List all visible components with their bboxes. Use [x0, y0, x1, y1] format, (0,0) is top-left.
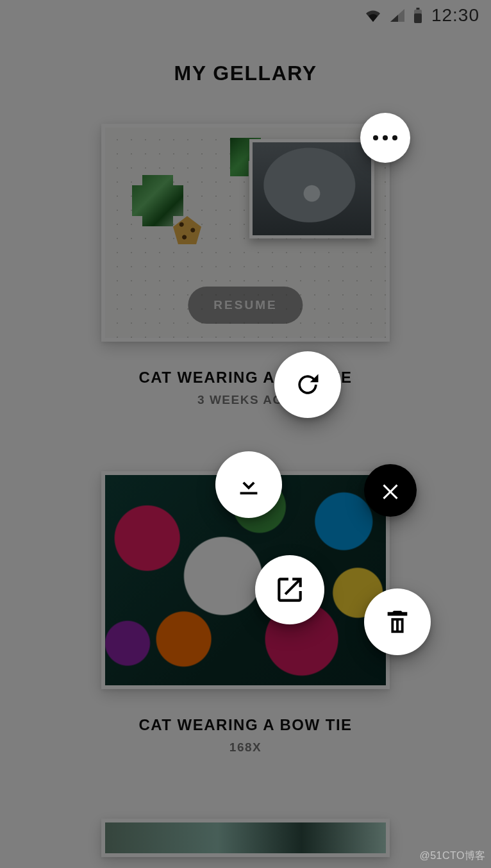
puzzle-thumbnail: RESUME — [101, 124, 390, 342]
more-button[interactable] — [360, 113, 410, 163]
puzzle-thumbnail — [101, 819, 390, 857]
page-title: MY GELLARY — [0, 62, 491, 85]
status-time: 12:30 — [431, 5, 479, 26]
resume-button[interactable]: RESUME — [188, 287, 303, 324]
close-button[interactable] — [364, 464, 417, 517]
cell-icon — [390, 9, 404, 22]
screen: 12:30 MY GELLARY RESUME CAT WEARING A BO… — [0, 0, 491, 868]
dot-icon — [392, 135, 397, 140]
watermark: @51CTO博客 — [419, 849, 486, 863]
gallery-item[interactable] — [101, 819, 390, 857]
download-icon — [234, 470, 263, 499]
status-bar: 12:30 — [0, 0, 491, 31]
refresh-button[interactable] — [274, 351, 341, 418]
gallery-item-subtitle: 168X — [229, 740, 262, 755]
svg-rect-2 — [414, 13, 422, 23]
close-icon — [379, 479, 402, 502]
resume-button-label: RESUME — [213, 298, 277, 312]
delete-button[interactable] — [364, 588, 431, 655]
puzzle-preview-image — [249, 139, 374, 238]
gallery-item[interactable]: RESUME CAT WEARING A BOW TIE 3 WEEKS AGO — [101, 124, 390, 407]
open-in-new-icon — [274, 574, 306, 606]
battery-icon — [413, 8, 422, 23]
trash-icon — [383, 607, 412, 637]
dot-icon — [373, 135, 378, 140]
download-button[interactable] — [215, 451, 282, 518]
dot-icon — [383, 135, 388, 140]
gallery-item-title: CAT WEARING A BOW TIE — [138, 716, 352, 734]
wifi-icon — [365, 9, 381, 22]
open-in-new-button[interactable] — [255, 555, 324, 624]
svg-rect-0 — [416, 8, 419, 10]
refresh-icon — [294, 371, 322, 399]
